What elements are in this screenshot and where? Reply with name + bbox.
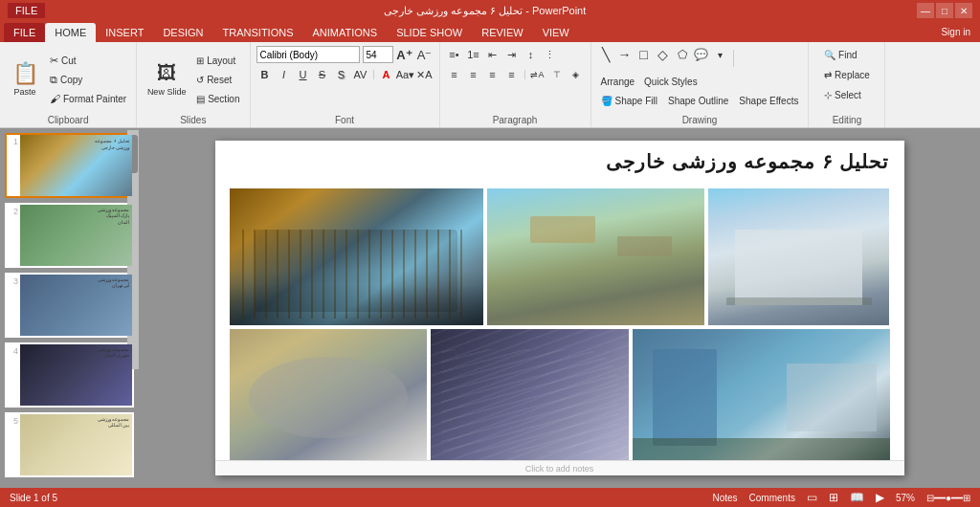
paste-label: Paste bbox=[13, 87, 35, 97]
photo-box-5[interactable] bbox=[431, 329, 629, 466]
file-tab-title[interactable]: FILE bbox=[8, 3, 45, 18]
photo-box-1[interactable] bbox=[230, 188, 483, 325]
new-slide-icon: 🖼 bbox=[157, 62, 176, 84]
thumb-num-3: 3 bbox=[7, 275, 20, 336]
italic-button[interactable]: I bbox=[276, 66, 293, 83]
tab-transitions[interactable]: TRANSITIONS bbox=[213, 23, 303, 42]
replace-icon: ⇄ bbox=[824, 70, 832, 80]
shape-pentagon[interactable]: ⬠ bbox=[674, 46, 691, 63]
text-direction-button[interactable]: ⇌A bbox=[529, 66, 546, 83]
view-presenter[interactable]: ▶ bbox=[876, 491, 884, 504]
decrease-font-button[interactable]: A⁻ bbox=[416, 46, 434, 63]
numbering-button[interactable]: 1≡ bbox=[465, 46, 482, 63]
line-spacing-button[interactable]: ↕ bbox=[523, 46, 540, 63]
text-columns-button[interactable]: ⋮ bbox=[542, 46, 559, 63]
thumb-num-1: 1 bbox=[7, 135, 20, 196]
increase-indent-button[interactable]: ⇥ bbox=[503, 46, 521, 63]
zoom-slider[interactable]: ⊟━━●━━⊞ bbox=[926, 493, 970, 503]
thumb-title-2: مجموعه ورزشیپارک المپیکالمان bbox=[62, 208, 129, 226]
format-painter-button[interactable]: 🖌 Format Painter bbox=[46, 90, 130, 107]
maximize-btn[interactable]: □ bbox=[936, 3, 953, 18]
slide-title[interactable]: تحلیل ۶ مجموعه ورزشی خارجی bbox=[606, 150, 889, 173]
section-button[interactable]: ▤ Section bbox=[192, 90, 243, 107]
slide-area: تحلیل ۶ مجموعه ورزشی خارجی bbox=[139, 128, 980, 488]
reset-button[interactable]: ↺ Reset bbox=[192, 71, 243, 88]
photo-box-2[interactable] bbox=[487, 188, 704, 325]
bold-button[interactable]: B bbox=[256, 66, 274, 83]
tab-home[interactable]: HOME bbox=[45, 23, 96, 42]
quick-styles-button[interactable]: Quick Styles bbox=[640, 73, 702, 90]
shape-line[interactable]: ╲ bbox=[597, 46, 614, 63]
slides-group: 🖼 New Slide ⊞ Layout ↺ Reset ▤ Section S… bbox=[137, 42, 250, 127]
shape-effects-button[interactable]: Shape Effects bbox=[735, 92, 802, 109]
tab-view[interactable]: VIEW bbox=[533, 23, 579, 42]
photo-box-4[interactable] bbox=[230, 329, 428, 466]
font-size-input[interactable] bbox=[363, 46, 393, 63]
tab-slideshow[interactable]: SLIDE SHOW bbox=[387, 23, 472, 42]
arrange-button[interactable]: Arrange bbox=[597, 73, 639, 90]
increase-font-button[interactable]: A⁺ bbox=[396, 46, 413, 63]
minimize-btn[interactable]: — bbox=[917, 3, 934, 18]
underline-button[interactable]: U bbox=[295, 66, 312, 83]
paste-button[interactable]: 📋 Paste bbox=[6, 51, 44, 108]
align-right-button[interactable]: ≡ bbox=[484, 66, 501, 83]
zoom-level[interactable]: 57% bbox=[896, 493, 915, 503]
sign-in[interactable]: Sign in bbox=[931, 27, 980, 37]
shape-callout[interactable]: 💬 bbox=[693, 46, 710, 63]
find-icon: 🔍 bbox=[824, 50, 835, 60]
shadow-button[interactable]: S bbox=[333, 66, 350, 83]
tab-review[interactable]: REVIEW bbox=[472, 23, 532, 42]
tab-file[interactable]: FILE bbox=[4, 23, 45, 42]
view-slide-sorter[interactable]: ⊞ bbox=[829, 491, 838, 504]
view-normal[interactable]: ▭ bbox=[807, 491, 817, 504]
tab-animations[interactable]: ANIMATIONS bbox=[303, 23, 388, 42]
justify-button[interactable]: ≡ bbox=[503, 66, 521, 83]
font-name-input[interactable] bbox=[256, 46, 360, 63]
thumb-num-4: 4 bbox=[7, 344, 20, 406]
photos-row-bottom bbox=[230, 329, 890, 466]
slide-thumbnail-4[interactable]: 4 مجموعه ورزشیشهری المان bbox=[5, 342, 134, 408]
char-spacing-button[interactable]: AV bbox=[352, 66, 369, 83]
copy-button[interactable]: ⧉ Copy bbox=[46, 71, 130, 88]
slide-thumbnail-2[interactable]: 2 مجموعه ورزشیپارک المپیکالمان bbox=[5, 203, 134, 268]
shape-fill-button[interactable]: 🪣 Shape Fill bbox=[597, 92, 661, 109]
new-slide-button[interactable]: 🖼 New Slide bbox=[143, 51, 190, 108]
copy-icon: ⧉ bbox=[50, 74, 57, 86]
slide-thumbnail-3[interactable]: 3 مجموعه ورزشیآبی تهران bbox=[5, 273, 134, 338]
shape-arrow[interactable]: → bbox=[616, 46, 634, 63]
shapes-more[interactable]: ▾ bbox=[712, 46, 729, 63]
comments-button[interactable]: Comments bbox=[749, 493, 795, 503]
thumb-content-5: مجموعه ورزشیبین المللی bbox=[20, 414, 132, 475]
font-color-button[interactable]: A bbox=[378, 66, 395, 83]
replace-button[interactable]: ⇄ Replace bbox=[820, 66, 874, 83]
change-case-button[interactable]: Aa▾ bbox=[397, 66, 414, 83]
smartart-button[interactable]: ◈ bbox=[568, 66, 585, 83]
photo-box-6[interactable] bbox=[633, 329, 890, 466]
shape-rect[interactable]: □ bbox=[635, 46, 653, 63]
current-slide[interactable]: تحلیل ۶ مجموعه ورزشی خارجی bbox=[215, 141, 904, 475]
cut-button[interactable]: ✂ Cut bbox=[46, 52, 130, 69]
view-reading[interactable]: 📖 bbox=[850, 491, 864, 504]
slide-thumbnail-1[interactable]: 1 تحلیل ۶ مجموعهورزشی خارجی bbox=[5, 133, 134, 198]
shape-outline-button[interactable]: Shape Outline bbox=[664, 92, 732, 109]
shape-diamond[interactable]: ◇ bbox=[655, 46, 672, 63]
decrease-indent-button[interactable]: ⇤ bbox=[484, 46, 501, 63]
align-center-button[interactable]: ≡ bbox=[465, 66, 482, 83]
slide-thumbnail-5[interactable]: 5 مجموعه ورزشیبین المللی bbox=[5, 412, 134, 477]
close-btn[interactable]: ✕ bbox=[955, 3, 972, 18]
tab-design[interactable]: DESIGN bbox=[153, 23, 212, 42]
slide-notes: Click to add notes bbox=[215, 460, 904, 475]
clear-format-button[interactable]: ✕A bbox=[416, 66, 434, 83]
layout-button[interactable]: ⊞ Layout bbox=[192, 52, 243, 69]
main-area: 1 تحلیل ۶ مجموعهورزشی خارجی 2 مجموعه ورز… bbox=[0, 128, 980, 488]
find-button[interactable]: 🔍 Find bbox=[820, 46, 860, 63]
align-text-button[interactable]: ⊤ bbox=[548, 66, 566, 83]
strikethrough-button[interactable]: S bbox=[314, 66, 331, 83]
notes-button[interactable]: Notes bbox=[712, 493, 737, 503]
select-button[interactable]: ⊹ Select bbox=[820, 86, 865, 103]
tab-insert[interactable]: INSERT bbox=[96, 23, 153, 42]
align-left-button[interactable]: ≡ bbox=[446, 66, 463, 83]
photo-box-3[interactable] bbox=[708, 188, 889, 325]
bullets-button[interactable]: ≡• bbox=[446, 46, 463, 63]
photos-row-top bbox=[230, 188, 890, 325]
